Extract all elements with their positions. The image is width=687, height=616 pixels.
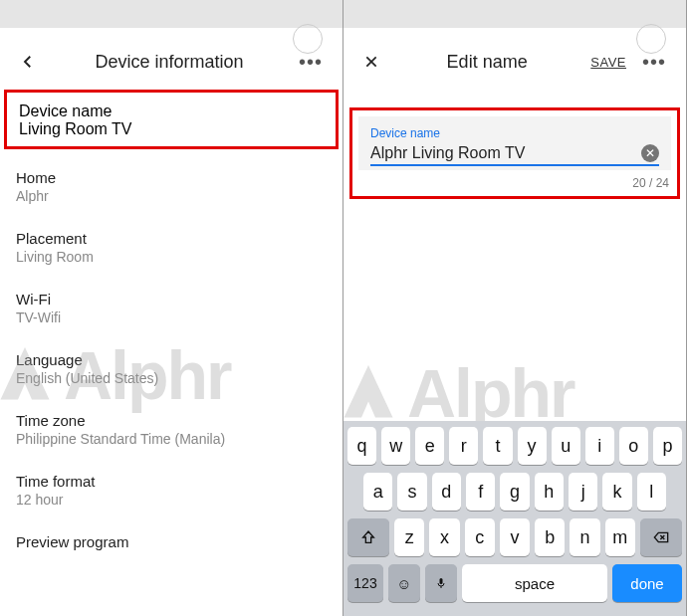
emoji-key[interactable]: ☺ — [388, 564, 420, 602]
key-row-1: q w e r t y u i o p — [347, 427, 682, 465]
done-key[interactable]: done — [612, 564, 682, 602]
mic-key[interactable] — [425, 564, 457, 602]
key-q[interactable]: q — [347, 427, 376, 465]
close-icon[interactable] — [353, 44, 389, 80]
key-h[interactable]: h — [535, 473, 564, 511]
key-y[interactable]: y — [518, 427, 547, 465]
background-peek — [0, 28, 343, 38]
row-value: Living Room TV — [19, 120, 324, 138]
row-preview[interactable]: Preview program — [0, 519, 343, 562]
key-g[interactable]: g — [500, 473, 529, 511]
back-icon[interactable] — [10, 44, 46, 80]
screen-edit-name: Edit name SAVE ••• Alphr Device name ✕ 2… — [344, 0, 687, 616]
row-device-name[interactable]: Device name Living Room TV — [4, 90, 339, 149]
page-title: Edit name — [393, 52, 580, 73]
row-label: Device name — [19, 103, 324, 120]
device-name-input[interactable] — [370, 144, 641, 162]
char-counter: 20 / 24 — [358, 176, 671, 190]
key-i[interactable]: i — [585, 427, 614, 465]
key-row-2: a s d f g h j k l — [347, 473, 682, 511]
key-m[interactable]: m — [605, 518, 635, 556]
key-a[interactable]: a — [363, 473, 392, 511]
header: Edit name SAVE ••• — [344, 38, 686, 86]
background-peek — [344, 28, 686, 38]
shift-key[interactable] — [347, 518, 389, 556]
key-f[interactable]: f — [466, 473, 495, 511]
key-n[interactable]: n — [570, 518, 599, 556]
numbers-key[interactable]: 123 — [347, 564, 383, 602]
key-d[interactable]: d — [432, 473, 461, 511]
key-v[interactable]: v — [500, 518, 530, 556]
screen-device-info: Device information ••• Alphr Device name… — [0, 0, 344, 616]
key-e[interactable]: e — [415, 427, 444, 465]
key-o[interactable]: o — [619, 427, 648, 465]
edit-content: Alphr Device name ✕ 20 / 24 — [344, 107, 686, 199]
page-title: Device information — [50, 52, 289, 73]
edit-field[interactable]: Device name ✕ — [358, 116, 671, 170]
key-s[interactable]: s — [397, 473, 426, 511]
row-timeformat[interactable]: Time format 12 hour — [0, 459, 343, 519]
key-t[interactable]: t — [483, 427, 512, 465]
backspace-key[interactable] — [640, 518, 682, 556]
soft-keyboard: q w e r t y u i o p a s d f g h j k l z — [344, 421, 686, 616]
key-k[interactable]: k — [602, 473, 631, 511]
clear-icon[interactable]: ✕ — [641, 144, 659, 162]
save-button[interactable]: SAVE — [584, 55, 632, 70]
key-p[interactable]: p — [653, 427, 682, 465]
row-language[interactable]: Language English (United States) — [0, 337, 343, 398]
key-u[interactable]: u — [552, 427, 580, 465]
key-c[interactable]: c — [465, 518, 495, 556]
space-key[interactable]: space — [462, 564, 607, 602]
row-home[interactable]: Home Alphr — [0, 155, 343, 216]
key-r[interactable]: r — [449, 427, 478, 465]
key-row-4: 123 ☺ space done — [347, 564, 682, 602]
key-row-3: z x c v b n m — [347, 518, 682, 556]
edit-field-highlight: Device name ✕ 20 / 24 — [349, 107, 680, 199]
key-j[interactable]: j — [569, 473, 597, 511]
row-timezone[interactable]: Time zone Philippine Standard Time (Mani… — [0, 398, 343, 459]
statusbar — [344, 0, 686, 28]
svg-rect-0 — [440, 578, 443, 584]
row-placement[interactable]: Placement Living Room — [0, 216, 343, 277]
key-z[interactable]: z — [394, 518, 424, 556]
header: Device information ••• — [0, 38, 343, 86]
key-l[interactable]: l — [637, 473, 666, 511]
key-x[interactable]: x — [429, 518, 459, 556]
field-label: Device name — [370, 126, 659, 140]
key-b[interactable]: b — [535, 518, 565, 556]
settings-list: Alphr Device name Living Room TV Home Al… — [0, 90, 343, 562]
statusbar — [0, 0, 343, 28]
row-wifi[interactable]: Wi-Fi TV-Wifi — [0, 277, 343, 337]
key-w[interactable]: w — [381, 427, 410, 465]
